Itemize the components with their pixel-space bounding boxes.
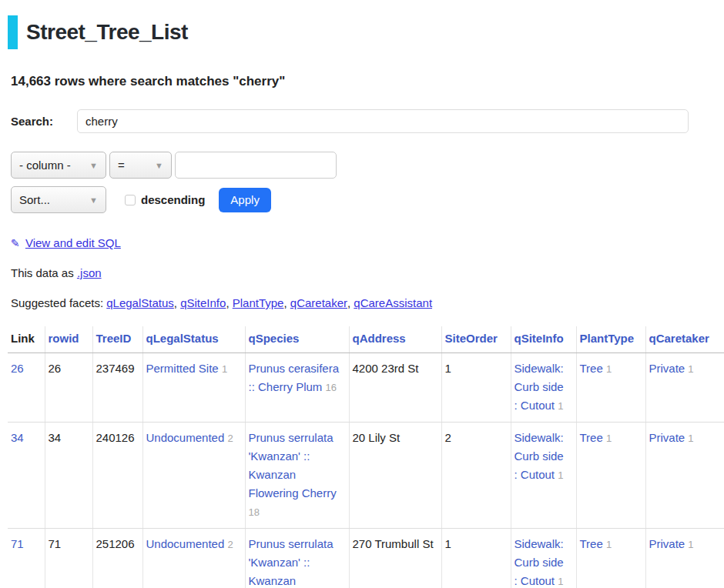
cell-qlegalstatus: Undocumented 2 [142,529,245,588]
filter-operator-value: = [118,159,125,172]
json-link[interactable]: .json [77,266,102,279]
facet-link-planttype[interactable]: PlantType [233,296,290,309]
cell-siteorder: 1 [441,529,511,588]
filter-row: - column - ▼ = ▼ [11,152,724,179]
cell-qsiteinfo: Sidewalk: Curb side : Cutout 1 [511,353,576,423]
chevron-down-icon: ▼ [89,195,98,205]
col-header-qspecies[interactable]: qSpecies [245,326,349,353]
cell-treeid: 251206 [92,529,142,588]
descending-label: descending [141,193,205,206]
facet-link-qlegalstatus[interactable]: qLegalStatus [106,296,180,309]
cell-rowid: 34 [45,423,92,529]
cell-qaddress: 4200 23rd St [349,353,441,423]
row-link[interactable]: 71 [11,537,24,550]
cell-qlegalstatus: Permitted Site 1 [142,353,245,423]
col-header-qcaretaker[interactable]: qCaretaker [645,326,724,353]
cell-qsiteinfo: Sidewalk: Curb side : Cutout 1 [511,529,576,588]
filter-value-input[interactable] [175,152,337,179]
view-edit-sql-link[interactable]: View and edit SQL [25,236,121,249]
facet-count: 1 [606,539,612,550]
filter-column-select[interactable]: - column - ▼ [11,152,106,179]
filter-column-value: - column - [19,159,71,172]
cell-planttype: Tree 1 [576,529,645,588]
facet-link-qsiteinfo[interactable]: qSiteInfo [180,296,233,309]
col-header-qlegalstatus[interactable]: qLegalStatus [142,326,245,353]
search-label: Search: [11,115,77,128]
table-row: 34 34 240126 Undocumented 2 Prunus serru… [8,423,724,529]
table-row: 71 71 251206 Undocumented 2 Prunus serru… [8,529,724,588]
results-table: Link rowid TreeID qLegalStatus qSpecies … [8,326,724,588]
table-header-row: Link rowid TreeID qLegalStatus qSpecies … [8,326,724,353]
sort-select[interactable]: Sort... ▼ [11,186,106,213]
page-header: Street_Tree_List [8,15,724,49]
facet-count: 2 [227,539,233,550]
facet-count: 1 [558,400,563,412]
accent-bar [8,15,18,49]
facets-row: Suggested facets: qLegalStatusqSiteInfoP… [11,296,724,309]
table-row: 26 26 237469 Permitted Site 1 Prunus cer… [8,353,724,423]
cell-siteorder: 1 [441,353,511,423]
col-header-link: Link [8,326,45,353]
chevron-down-icon: ▼ [155,161,163,170]
pencil-icon: ✎ [11,237,20,249]
row-link[interactable]: 26 [11,362,24,375]
sort-row: Sort... ▼ descending Apply [11,186,724,213]
data-as-label: This data as [11,266,77,279]
cell-qsiteinfo: Sidewalk: Curb side : Cutout 1 [511,423,576,529]
sort-select-value: Sort... [19,193,50,206]
cell-qcaretaker: Private 1 [645,423,724,529]
facet-count: 1 [222,363,227,375]
cell-qspecies: Prunus serrulata 'Kwanzan' :: Kwanzan Fl… [245,529,349,588]
cell-planttype: Tree 1 [576,353,645,423]
search-input[interactable] [77,109,689,133]
facet-count: 1 [688,539,693,550]
cell-treeid: 237469 [92,353,142,423]
facet-link-qcareassistant[interactable]: qCareAssistant [354,296,432,309]
filter-operator-select[interactable]: = ▼ [109,152,172,179]
facet-count: 1 [606,363,612,375]
facet-count: 18 [249,506,260,518]
cell-rowid: 71 [45,529,92,588]
apply-button[interactable]: Apply [219,188,271,212]
col-header-qaddress[interactable]: qAddress [349,326,441,353]
cell-qspecies: Prunus cerasifera :: Cherry Plum 16 [245,353,349,423]
sql-link-row: ✎ View and edit SQL [11,236,724,249]
cell-rowid: 26 [45,353,92,423]
facets-label: Suggested facets: [11,296,106,309]
row-link[interactable]: 34 [11,431,24,444]
cell-qaddress: 270 Trumbull St [349,529,441,588]
col-header-planttype[interactable]: PlantType [576,326,645,353]
chevron-down-icon: ▼ [89,161,98,170]
facet-count: 1 [606,433,612,444]
page-title: Street_Tree_List [26,15,188,49]
col-header-rowid[interactable]: rowid [45,326,92,353]
cell-qcaretaker: Private 1 [645,353,724,423]
cell-qspecies: Prunus serrulata 'Kwanzan' :: Kwanzan Fl… [245,423,349,529]
data-as-row: This data as .json [11,266,724,279]
col-header-treeid[interactable]: TreeID [92,326,142,353]
facet-count: 1 [688,363,693,375]
facet-count: 1 [688,433,693,444]
facet-count: 16 [326,382,337,393]
cell-treeid: 240126 [92,423,142,529]
cell-qlegalstatus: Undocumented 2 [142,423,245,529]
descending-checkbox[interactable] [125,195,136,205]
cell-siteorder: 2 [441,423,511,529]
facet-link-qcaretaker[interactable]: qCaretaker [290,296,354,309]
facet-count: 2 [227,433,233,444]
facet-count: 1 [558,576,563,587]
cell-qaddress: 20 Lily St [349,423,441,529]
facet-count: 1 [558,469,563,481]
cell-planttype: Tree 1 [576,423,645,529]
search-row: Search: [11,109,724,133]
cell-qcaretaker: Private 1 [645,529,724,588]
col-header-qsiteinfo[interactable]: qSiteInfo [511,326,576,353]
page: Street_Tree_List 14,663 rows where searc… [0,15,724,588]
col-header-siteorder[interactable]: SiteOrder [441,326,511,353]
row-count-text: 14,663 rows where search matches "cherry… [11,74,724,89]
